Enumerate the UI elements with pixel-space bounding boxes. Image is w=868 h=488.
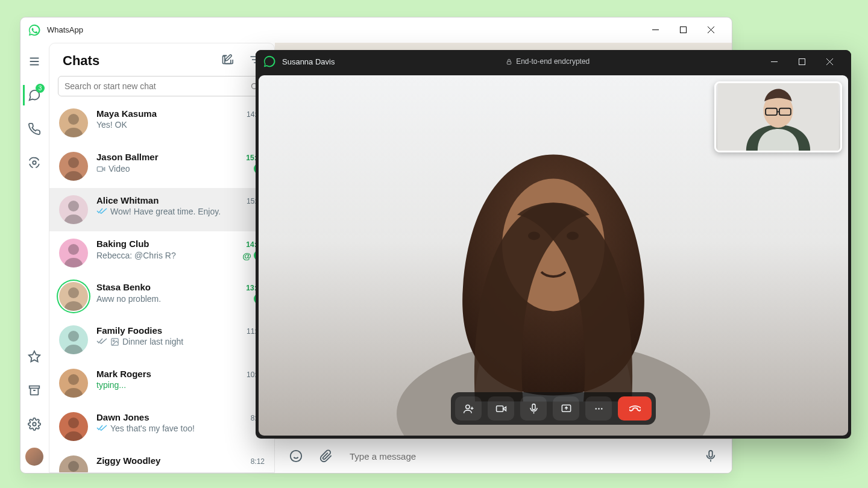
chat-name: Jason Ballmer (96, 152, 159, 162)
search-input-wrapper[interactable] (58, 76, 266, 96)
lock-icon (506, 58, 512, 65)
chat-sidebar: Chats Maya Kasum (49, 43, 275, 473)
video-call-window: Susanna Davis End-to-end endcrypted (256, 50, 851, 439)
svg-point-34 (600, 408, 602, 410)
emoji-button[interactable] (289, 449, 303, 463)
nav-chats[interactable]: 3 (23, 85, 43, 105)
call-minimize-button[interactable] (761, 52, 788, 70)
chat-item[interactable]: Baking Club 14:42 Rebecca: @Chris R? @1 (49, 231, 274, 275)
chat-item[interactable]: Dawn Jones 8:30 Yes that's my fave too! (49, 405, 274, 448)
chat-time: 8:12 (251, 457, 265, 466)
svg-point-10 (68, 331, 79, 342)
voice-message-button[interactable] (704, 449, 717, 463)
end-call-button[interactable] (618, 396, 652, 421)
svg-rect-19 (799, 58, 805, 64)
chat-name: Stasa Benko (96, 282, 151, 292)
sidebar-heading: Chats (63, 53, 99, 69)
menu-icon[interactable] (24, 51, 45, 72)
call-peer-name: Susanna Davis (282, 57, 335, 66)
toggle-mic-button[interactable] (520, 396, 547, 421)
chat-preview: Yes that's my fave too! (110, 424, 195, 433)
app-title: WhatsApp (47, 25, 83, 34)
profile-avatar[interactable] (25, 448, 43, 466)
svg-point-33 (598, 408, 600, 410)
svg-point-13 (68, 374, 79, 385)
search-input[interactable] (64, 81, 250, 91)
chat-name: Ziggy Woodley (96, 455, 160, 466)
minimize-button[interactable] (641, 20, 669, 40)
maximize-button[interactable] (669, 20, 697, 40)
svg-point-1 (33, 161, 36, 164)
svg-point-7 (68, 201, 79, 211)
svg-point-32 (595, 408, 597, 410)
svg-point-15 (68, 461, 79, 472)
nav-calls[interactable] (24, 119, 45, 139)
svg-rect-0 (680, 27, 686, 33)
nav-rail: 3 (20, 43, 48, 473)
call-close-button[interactable] (816, 52, 844, 70)
svg-point-9 (68, 287, 79, 298)
svg-rect-6 (97, 166, 102, 171)
avatar (59, 152, 88, 181)
call-maximize-button[interactable] (788, 52, 816, 70)
nav-status[interactable] (24, 152, 45, 173)
avatar (59, 195, 88, 224)
svg-point-14 (68, 418, 79, 428)
chat-name: Baking Club (96, 239, 149, 249)
chat-preview: Yes! OK (96, 120, 127, 130)
more-options-button[interactable] (585, 396, 612, 421)
nav-settings[interactable] (24, 414, 45, 434)
chat-item[interactable]: Family Foodies 11:20 Dinner last night (49, 318, 274, 361)
nav-starred[interactable] (24, 346, 45, 367)
chat-list: Maya Kasuma 14:53 Yes! OK Jason Ballmer … (49, 101, 274, 472)
titlebar: WhatsApp (20, 17, 732, 43)
avatar (59, 108, 88, 137)
chat-preview: Rebecca: @Chris R? (96, 251, 176, 260)
svg-rect-29 (496, 405, 503, 411)
chat-item[interactable]: Mark Rogers 10:55 typing... (49, 361, 274, 405)
remote-video-feed (385, 100, 722, 436)
avatar (59, 412, 88, 441)
svg-point-16 (291, 451, 301, 461)
message-input[interactable] (350, 451, 687, 461)
call-controls (451, 392, 656, 425)
toggle-camera-button[interactable] (488, 396, 514, 421)
add-participant-button[interactable] (455, 396, 482, 421)
svg-point-2 (33, 422, 36, 426)
close-button[interactable] (697, 20, 725, 40)
svg-rect-18 (507, 61, 511, 64)
self-view-pip[interactable] (714, 81, 842, 152)
share-screen-button[interactable] (553, 396, 579, 421)
chat-name: Alice Whitman (96, 195, 159, 205)
svg-point-8 (68, 244, 79, 255)
chat-item[interactable]: Maya Kasuma 14:53 Yes! OK (49, 101, 274, 145)
chats-unread-badge: 3 (36, 84, 45, 93)
svg-point-5 (68, 157, 79, 168)
svg-rect-17 (709, 451, 712, 457)
call-titlebar: Susanna Davis End-to-end endcrypted (256, 50, 851, 73)
attach-button[interactable] (319, 449, 333, 463)
chat-name: Dawn Jones (96, 412, 149, 422)
video-area (259, 75, 848, 436)
chat-preview: Dinner last night (122, 337, 183, 346)
message-composer (275, 439, 732, 473)
chat-item[interactable]: Stasa Benko 13:56 Aww no problem. 2 (49, 275, 274, 318)
avatar (59, 282, 88, 311)
chat-name: Maya Kasuma (96, 108, 157, 119)
chat-item[interactable]: Alice Whitman 15:10 Wow! Have great time… (49, 188, 274, 231)
avatar (59, 325, 88, 354)
chat-preview: Video (108, 164, 130, 174)
svg-rect-30 (532, 404, 535, 410)
whatsapp-icon (28, 23, 41, 37)
svg-point-4 (68, 114, 79, 125)
new-chat-button[interactable] (221, 54, 233, 68)
nav-archived[interactable] (24, 380, 45, 401)
avatar (59, 455, 88, 472)
svg-point-28 (465, 405, 469, 408)
chat-item[interactable]: Ziggy Woodley 8:12 (49, 448, 274, 472)
chat-name: Mark Rogers (96, 369, 151, 379)
chat-item[interactable]: Jason Ballmer 15:27 Video 3 (49, 145, 274, 188)
chat-preview: typing... (96, 380, 126, 390)
whatsapp-icon (263, 55, 276, 68)
chat-preview: Wow! Have great time. Enjoy. (110, 207, 221, 216)
